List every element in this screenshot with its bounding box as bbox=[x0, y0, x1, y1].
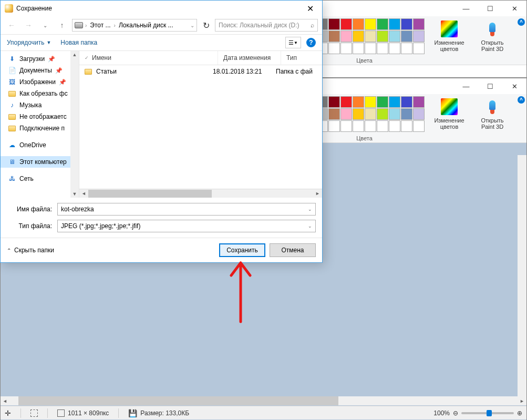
horizontal-scrollbar[interactable]: ◄ ► bbox=[1, 396, 526, 405]
color-swatch[interactable] bbox=[401, 30, 412, 42]
color-swatch[interactable] bbox=[365, 18, 376, 30]
color-swatch[interactable] bbox=[377, 96, 388, 108]
color-swatch[interactable] bbox=[413, 120, 425, 132]
color-swatch[interactable] bbox=[401, 120, 412, 132]
color-swatch[interactable] bbox=[328, 96, 340, 108]
edit-colors-button-2[interactable]: Изменение цветов bbox=[431, 96, 468, 132]
color-swatch[interactable] bbox=[328, 30, 340, 42]
sidebar-item-downloads[interactable]: ⬇Загрузки📌 bbox=[1, 53, 79, 65]
search-input[interactable]: Поиск: Локальный диск (D:) ⌕ bbox=[215, 19, 318, 32]
hscroll-thumb-2[interactable] bbox=[88, 190, 212, 198]
paint3d-button-2[interactable]: Открыть Paint 3D bbox=[474, 96, 511, 132]
zoom-in-button[interactable]: ⊕ bbox=[517, 409, 522, 417]
hscroll-thumb[interactable] bbox=[18, 396, 338, 405]
color-swatch[interactable] bbox=[328, 120, 340, 132]
ribbon-expand-2[interactable]: ^ bbox=[517, 96, 525, 104]
column-date[interactable]: Дата изменения bbox=[218, 51, 281, 65]
color-swatch[interactable] bbox=[353, 18, 364, 30]
color-swatch[interactable] bbox=[340, 18, 352, 30]
nav-up-button[interactable]: ↑ bbox=[55, 18, 69, 32]
nav-forward-button[interactable]: → bbox=[22, 18, 35, 32]
color-swatch[interactable] bbox=[353, 96, 364, 108]
column-type[interactable]: Тип bbox=[281, 51, 322, 65]
new-folder-button[interactable]: Новая папка bbox=[60, 39, 97, 46]
minimize-button-2[interactable]: — bbox=[454, 78, 478, 94]
color-swatch[interactable] bbox=[340, 43, 352, 54]
hscroll-left[interactable]: ◄ bbox=[1, 396, 9, 405]
color-swatch[interactable] bbox=[389, 43, 400, 54]
sidebar-item-documents[interactable]: 📄Документы📌 bbox=[1, 65, 79, 76]
minimize-button[interactable]: — bbox=[454, 1, 478, 16]
breadcrumb[interactable]: › Этот ... › Локальный диск ... ⌄ bbox=[72, 19, 197, 32]
close-button[interactable]: ✕ bbox=[502, 1, 526, 16]
sidebar-scrollbar[interactable]: ▲ ▼ bbox=[70, 51, 79, 198]
nav-recent-button[interactable]: ⌄ bbox=[38, 18, 52, 32]
filelist-hscroll[interactable]: ◄ ► bbox=[79, 189, 322, 198]
color-swatch[interactable] bbox=[389, 96, 400, 108]
color-swatch[interactable] bbox=[413, 108, 425, 120]
dialog-close-button[interactable]: ✕ bbox=[298, 1, 322, 16]
hscroll-right-icon[interactable]: ► bbox=[313, 189, 322, 198]
color-swatch[interactable] bbox=[413, 18, 425, 30]
cancel-button[interactable]: Отмена bbox=[270, 243, 316, 257]
close-button-2[interactable]: ✕ bbox=[502, 78, 526, 94]
color-swatch[interactable] bbox=[377, 108, 388, 120]
color-swatch[interactable] bbox=[389, 30, 400, 42]
hscroll-track[interactable] bbox=[9, 396, 518, 405]
sidebar-item-images[interactable]: 🖼Изображени📌 bbox=[1, 76, 79, 88]
color-swatch[interactable] bbox=[389, 18, 400, 30]
color-swatch[interactable] bbox=[353, 108, 364, 120]
color-swatch[interactable] bbox=[328, 43, 340, 54]
zoom-out-button[interactable]: ⊖ bbox=[453, 409, 458, 417]
color-swatch[interactable] bbox=[389, 120, 400, 132]
refresh-button[interactable]: ↻ bbox=[200, 19, 212, 31]
color-swatch[interactable] bbox=[365, 43, 376, 54]
paint3d-button[interactable]: Открыть Paint 3D bbox=[474, 18, 511, 54]
color-swatch[interactable] bbox=[377, 30, 388, 42]
ribbon-expand[interactable]: ^ bbox=[517, 18, 525, 26]
file-row[interactable]: Статьи 18.01.2018 13:21 Папка с фай bbox=[79, 65, 322, 78]
breadcrumb-pc[interactable]: Этот ... bbox=[89, 22, 111, 29]
file-list[interactable]: Статьи 18.01.2018 13:21 Папка с фай bbox=[79, 65, 322, 189]
filename-input[interactable]: kot-obrezka⌄ bbox=[57, 203, 316, 216]
color-swatch[interactable] bbox=[340, 120, 352, 132]
maximize-button[interactable]: ☐ bbox=[478, 1, 502, 16]
color-swatch[interactable] bbox=[340, 30, 352, 42]
view-mode-button[interactable]: ☰ ▼ bbox=[285, 37, 301, 48]
color-swatch[interactable] bbox=[353, 30, 364, 42]
zoom-slider[interactable] bbox=[461, 412, 514, 414]
organize-button[interactable]: Упорядочить▼ bbox=[7, 39, 51, 46]
color-swatch[interactable] bbox=[377, 18, 388, 30]
color-swatch[interactable] bbox=[353, 43, 364, 54]
zoom-thumb[interactable] bbox=[487, 410, 492, 416]
maximize-button-2[interactable]: ☐ bbox=[478, 78, 502, 94]
sidebar-item-onedrive[interactable]: ☁OneDrive bbox=[1, 139, 79, 151]
filetype-select[interactable]: JPEG (*.jpg;*.jpeg;*.jpe;*.jfif)⌄ bbox=[57, 220, 316, 232]
color-swatch[interactable] bbox=[413, 30, 425, 42]
edit-colors-button[interactable]: Изменение цветов bbox=[431, 18, 468, 54]
color-swatch[interactable] bbox=[365, 96, 376, 108]
color-swatch[interactable] bbox=[340, 108, 352, 120]
color-swatch[interactable] bbox=[413, 43, 425, 54]
hide-folders-button[interactable]: ⌃Скрыть папки bbox=[7, 247, 54, 254]
vertical-scrollbar[interactable] bbox=[518, 155, 526, 396]
sidebar-item-connection[interactable]: Подключение п bbox=[1, 122, 79, 134]
color-swatch[interactable] bbox=[365, 30, 376, 42]
color-swatch[interactable] bbox=[377, 43, 388, 54]
scroll-up-icon[interactable]: ▲ bbox=[73, 52, 77, 57]
color-swatch[interactable] bbox=[377, 120, 388, 132]
color-swatch[interactable] bbox=[401, 18, 412, 30]
color-swatch[interactable] bbox=[389, 108, 400, 120]
breadcrumb-dropdown[interactable]: ⌄ bbox=[190, 23, 194, 28]
hscroll-left-icon[interactable]: ◄ bbox=[79, 189, 88, 198]
color-swatch[interactable] bbox=[401, 108, 412, 120]
sidebar-item-crop[interactable]: Как обрезать фс bbox=[1, 88, 79, 99]
scroll-down-icon[interactable]: ▼ bbox=[73, 191, 77, 197]
color-swatch[interactable] bbox=[328, 18, 340, 30]
color-swatch[interactable] bbox=[401, 43, 412, 54]
color-swatch[interactable] bbox=[328, 108, 340, 120]
color-swatch[interactable] bbox=[401, 96, 412, 108]
help-button[interactable]: ? bbox=[306, 38, 316, 47]
sidebar-item-music[interactable]: ♪Музыка bbox=[1, 99, 79, 111]
nav-back-button[interactable]: ← bbox=[5, 18, 18, 32]
